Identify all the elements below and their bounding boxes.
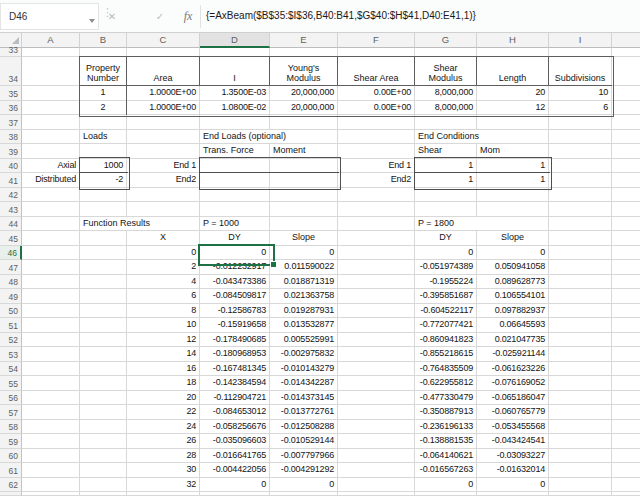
cell[interactable] <box>612 115 640 130</box>
cell[interactable] <box>612 217 640 232</box>
cell-slope-p1000[interactable]: -0.007797966 <box>270 449 338 464</box>
cell-shear-modulus-header[interactable]: Shear Modulus <box>415 57 477 86</box>
cell[interactable] <box>338 289 415 304</box>
cell[interactable] <box>612 420 640 435</box>
cell-slope-p1000[interactable]: 0.011590022 <box>270 260 338 275</box>
cell-end2-mom[interactable]: 1 <box>477 173 549 188</box>
cell-p1800-title[interactable]: P = 1800 <box>415 217 477 232</box>
cell[interactable] <box>338 48 415 57</box>
cell-subdivisions-header[interactable]: Subdivisions <box>549 57 612 86</box>
cell[interactable] <box>200 159 270 174</box>
cell[interactable] <box>338 275 415 290</box>
cell[interactable]: 8,000,000 <box>415 86 477 101</box>
cell-dy-p1800[interactable]: -0.1955224 <box>415 275 477 290</box>
cell-slope-p1000[interactable]: 0 <box>270 478 338 493</box>
cell-dy-p1000[interactable]: -0.004422056 <box>200 463 270 478</box>
cell[interactable] <box>270 202 338 217</box>
cell[interactable] <box>338 188 415 203</box>
cell[interactable] <box>338 304 415 319</box>
cell[interactable] <box>338 202 415 217</box>
cell-area-header[interactable]: Area <box>127 57 200 86</box>
cell[interactable] <box>80 362 127 377</box>
cell[interactable] <box>80 434 127 449</box>
cell-slope-p1000[interactable]: -0.010529144 <box>270 434 338 449</box>
name-box-dropdown-icon[interactable] <box>89 19 95 23</box>
cell-slope-p1800[interactable]: -0.01632014 <box>477 463 549 478</box>
cell-dy-p1800[interactable]: -0.350887913 <box>415 405 477 420</box>
cell[interactable] <box>22 347 80 362</box>
cell[interactable] <box>612 159 640 174</box>
cell[interactable] <box>612 246 640 261</box>
cell-slope-p1800[interactable]: -0.043424541 <box>477 434 549 449</box>
cell[interactable] <box>200 48 270 57</box>
cell-dy-p1800[interactable]: -0.622955812 <box>415 376 477 391</box>
cell-loads-title[interactable]: Loads <box>80 130 127 145</box>
cell[interactable] <box>612 231 640 246</box>
enter-icon[interactable]: ✓ <box>148 0 172 33</box>
row-header-45[interactable]: 45 <box>0 231 22 246</box>
cell[interactable] <box>612 318 640 333</box>
column-header-G[interactable]: G <box>415 33 477 48</box>
cell-slope-p1800[interactable]: -0.061623226 <box>477 362 549 377</box>
column-header-C[interactable]: C <box>127 33 200 48</box>
cell[interactable] <box>127 48 200 57</box>
row-header-43[interactable]: 43 <box>0 202 22 217</box>
column-header-A[interactable]: A <box>22 33 80 48</box>
cell[interactable] <box>612 434 640 449</box>
column-header-J-partial[interactable] <box>612 33 640 48</box>
cell[interactable] <box>80 231 127 246</box>
cell[interactable] <box>80 144 127 159</box>
cell[interactable] <box>612 260 640 275</box>
cell[interactable] <box>80 420 127 435</box>
cell-slope-p1000[interactable]: 0.019287931 <box>270 304 338 319</box>
cell[interactable] <box>612 144 640 159</box>
cell-slope-p1800[interactable]: -0.060765779 <box>477 405 549 420</box>
cell[interactable] <box>549 463 612 478</box>
cell-end2-label[interactable]: End2 <box>338 173 415 188</box>
cell-dy-p1800[interactable]: -0.855218615 <box>415 347 477 362</box>
cell[interactable] <box>22 86 80 101</box>
cell[interactable] <box>338 246 415 261</box>
cell-x[interactable]: 20 <box>127 391 200 406</box>
cell[interactable] <box>612 376 640 391</box>
cell[interactable] <box>338 318 415 333</box>
cell[interactable] <box>22 289 80 304</box>
cell[interactable] <box>338 115 415 130</box>
cell[interactable] <box>612 347 640 362</box>
cell[interactable] <box>80 376 127 391</box>
cell[interactable] <box>338 478 415 493</box>
cell-slope-p1800[interactable]: 0.089628773 <box>477 275 549 290</box>
cell[interactable] <box>612 48 640 57</box>
cell[interactable] <box>127 144 200 159</box>
cell[interactable]: 1.0800E-02 <box>200 101 270 116</box>
cell-dy-p1800[interactable]: -0.860941823 <box>415 333 477 348</box>
cell-p1000-title[interactable]: P = 1000 <box>200 217 270 232</box>
cell[interactable] <box>338 130 415 145</box>
cell[interactable] <box>338 362 415 377</box>
cell-slope-p1000[interactable]: 0.013532877 <box>270 318 338 333</box>
cell[interactable] <box>549 115 612 130</box>
cancel-icon[interactable]: ✕ <box>100 0 124 33</box>
cell[interactable] <box>22 260 80 275</box>
cell-slope-p1800[interactable]: 0.06645593 <box>477 318 549 333</box>
cell-youngs-modulus-header[interactable]: Young's Modulus <box>270 57 338 86</box>
row-header[interactable]: 56 <box>0 391 22 406</box>
cell[interactable]: 1.0000E+00 <box>127 101 200 116</box>
cell[interactable] <box>612 463 640 478</box>
cell[interactable] <box>338 391 415 406</box>
cell[interactable] <box>338 376 415 391</box>
cell[interactable] <box>127 202 200 217</box>
cell-x[interactable]: 4 <box>127 275 200 290</box>
cell[interactable] <box>338 420 415 435</box>
cell[interactable] <box>612 173 640 188</box>
cell-slope-p1000[interactable]: 0.018871319 <box>270 275 338 290</box>
cell[interactable]: 10 <box>549 86 612 101</box>
row-header-41[interactable]: 41 <box>0 173 22 188</box>
row-header-34[interactable]: 34 <box>0 57 22 86</box>
cell[interactable] <box>22 434 80 449</box>
cell[interactable] <box>549 260 612 275</box>
cell-dy-p1000[interactable]: -0.084509817 <box>200 289 270 304</box>
cell-slope-p1800[interactable]: 0.097882937 <box>477 304 549 319</box>
cell[interactable] <box>612 130 640 145</box>
cell-x[interactable]: 26 <box>127 434 200 449</box>
